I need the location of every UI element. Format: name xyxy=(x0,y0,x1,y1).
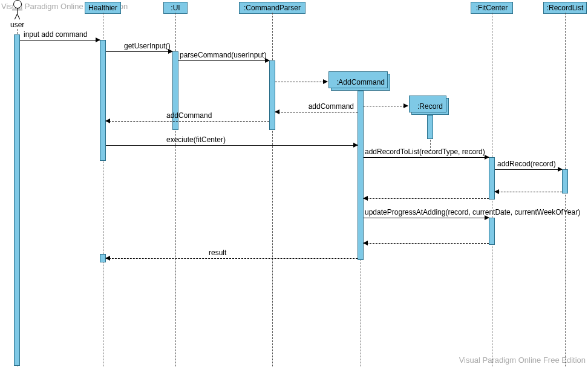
activation-recordlist xyxy=(562,169,568,193)
lifeline-parser: :CommandParser xyxy=(239,2,305,14)
activation-user xyxy=(14,34,20,366)
sequence-diagram: Visual Paradigm Online Free Edition Visu… xyxy=(0,0,588,367)
lifeline-ui: :UI xyxy=(163,2,188,14)
msg-label: execiute(fitCenter) xyxy=(166,135,226,144)
lifeline-healthier: Healthier xyxy=(85,2,121,14)
msg-label: result xyxy=(209,248,226,257)
msg-label: addRecod(record) xyxy=(497,160,556,168)
msg-label: addRecordToList(recordType, record) xyxy=(365,148,485,156)
lifeline-fitcenter: :FitCenter xyxy=(471,2,513,14)
watermark-br: Visual Paradigm Online Free Edition xyxy=(459,356,586,365)
actor-head-icon xyxy=(13,0,22,8)
actor-label: user xyxy=(10,21,24,29)
activation-healthier-1 xyxy=(100,40,106,161)
msg-label: addCommand xyxy=(166,111,212,120)
msg-label: updateProgressAtAdding(record, currentDa… xyxy=(365,208,580,216)
msg-label: parseCommand(userInput) xyxy=(180,51,266,59)
lifeline-addcommand: :AddCommand xyxy=(331,74,390,91)
msg-label: input add command xyxy=(24,30,87,39)
activation-addcmd xyxy=(358,91,364,260)
actor-leg-icon xyxy=(17,14,20,19)
lifeline-recordlist: :RecordList xyxy=(543,2,587,14)
msg-label: getUserInput() xyxy=(124,42,171,50)
msg-label: addCommand xyxy=(309,102,354,111)
lifeline-record: :Record xyxy=(411,98,449,115)
actor-body-icon xyxy=(17,8,18,14)
activation-fitcenter-2 xyxy=(489,218,495,245)
activation-parser xyxy=(269,60,275,130)
actor-arms-icon xyxy=(12,10,22,10)
activation-record xyxy=(427,115,433,139)
